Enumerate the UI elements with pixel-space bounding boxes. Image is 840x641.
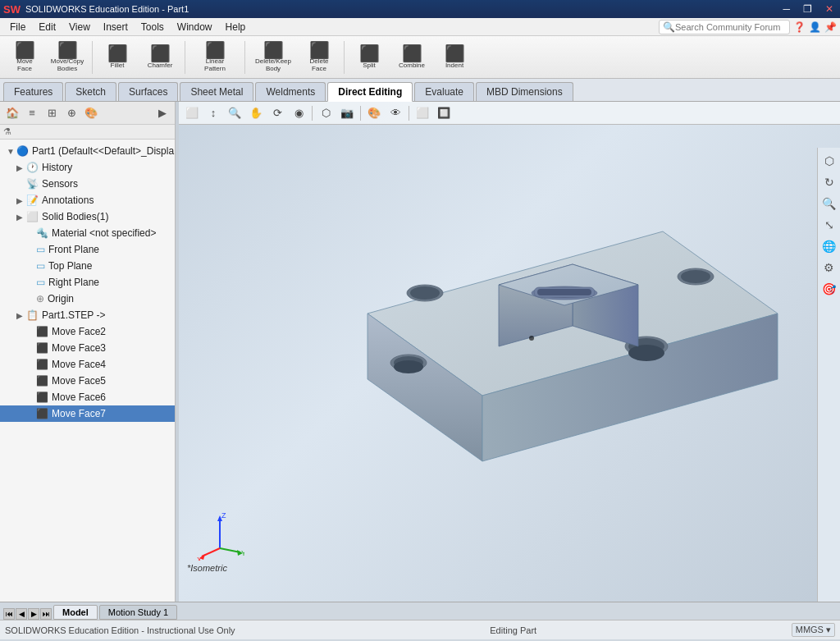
menu-file[interactable]: File xyxy=(3,20,32,34)
tree-item-move-face7[interactable]: ⬛ Move Face7 xyxy=(0,405,175,422)
tree-item-top-plane[interactable]: ▭ Top Plane xyxy=(0,258,175,274)
indent-button[interactable]: ⬛ Indent xyxy=(435,39,474,76)
tree-item-step[interactable]: ▶ 📋 Part1.STEP -> xyxy=(0,307,175,323)
tree-item-move-face4[interactable]: ⬛ Move Face4 xyxy=(0,356,175,373)
units-label[interactable]: MMGS ▾ xyxy=(792,623,835,637)
restore-button[interactable]: ❐ xyxy=(800,3,815,15)
menu-insert[interactable]: Insert xyxy=(97,20,135,34)
tab-sketch[interactable]: Sketch xyxy=(65,82,116,101)
move-face-button[interactable]: ⬛ MoveFace xyxy=(5,39,44,76)
fillet-button[interactable]: ⬛ Fillet xyxy=(98,39,137,76)
tree-item-origin[interactable]: ⊕ Origin xyxy=(0,291,175,307)
view-orientation-button[interactable]: ⬜ xyxy=(182,104,202,122)
tab-direct-editing[interactable]: Direct Editing xyxy=(327,82,413,102)
app-logo: SW xyxy=(3,3,21,16)
view-rotate-button[interactable]: ⟳ xyxy=(267,104,287,122)
menu-edit[interactable]: Edit xyxy=(32,20,62,34)
tab-next-button[interactable]: ▶ xyxy=(28,608,39,620)
account-icon[interactable]: 👤 xyxy=(809,21,821,33)
minimize-button[interactable]: ─ xyxy=(779,3,793,15)
tab-sheet-metal[interactable]: Sheet Metal xyxy=(180,82,253,101)
feature-target-button[interactable]: ⊕ xyxy=(62,104,80,122)
view-zoom-button[interactable]: 🔍 xyxy=(225,104,244,122)
tab-prev-button[interactable]: ◀ xyxy=(16,608,27,620)
menu-window[interactable]: Window xyxy=(171,20,219,34)
combine-button[interactable]: ⬛ Combine xyxy=(392,39,431,76)
rotate-cw-button[interactable]: ↻ xyxy=(819,172,839,192)
tree-item-history[interactable]: ▶ 🕐 History xyxy=(0,159,175,176)
viewport-toolbar: ⬜ ↕ 🔍 ✋ ⟳ ◉ ⬡ 📷 🎨 👁 ⬜ 🔲 xyxy=(179,102,840,125)
tab-weldments[interactable]: Weldments xyxy=(255,82,326,101)
indent-icon: ⬛ xyxy=(445,45,465,62)
feature-expand-button[interactable]: ▶ xyxy=(153,104,171,122)
fit-button[interactable]: ⤡ xyxy=(819,215,839,235)
view-hide-button[interactable]: 👁 xyxy=(386,104,405,122)
delete-keep-body-button[interactable]: ⬛ Delete/KeepBody xyxy=(250,39,296,76)
view-display-button[interactable]: 🎨 xyxy=(364,104,384,122)
view-section-button[interactable]: ⬡ xyxy=(316,104,336,122)
tab-nav-arrows[interactable]: ⏮ ◀ ▶ ⏭ xyxy=(3,608,52,620)
tree-item-annotations[interactable]: ▶ 📝 Annotations xyxy=(0,192,175,208)
view-camera-button[interactable]: 📷 xyxy=(337,104,357,122)
close-button[interactable]: ✕ xyxy=(822,3,837,15)
cursor-dot xyxy=(529,336,534,341)
move-copy-bodies-button[interactable]: ⬛ Move/CopyBodies xyxy=(48,39,87,76)
viewport[interactable]: ⬜ ↕ 🔍 ✋ ⟳ ◉ ⬡ 📷 🎨 👁 ⬜ 🔲 xyxy=(179,102,840,602)
view-3d-button[interactable]: ↕ xyxy=(203,104,223,122)
render-button[interactable]: 🌐 xyxy=(819,236,839,256)
feature-grid-button[interactable]: ⊞ xyxy=(43,104,61,122)
pin-icon[interactable]: 📌 xyxy=(824,21,837,33)
front-plane-label: Front Plane xyxy=(48,244,99,255)
linear-pattern-button[interactable]: ⬛ LinearPattern xyxy=(190,39,240,76)
titlebar: SW SOLIDWORKS Education Edition - Part1 … xyxy=(0,0,840,18)
btab-motion-study[interactable]: Motion Study 1 xyxy=(99,605,177,620)
sensors-icon: 📡 xyxy=(26,178,39,190)
feature-tree: ▼ 🔵 Part1 (Default<<Default>_Displa ▶ 🕐 … xyxy=(0,140,175,602)
tree-item-move-face6[interactable]: ⬛ Move Face6 xyxy=(0,389,175,405)
view-fly-button[interactable]: ◉ xyxy=(289,104,308,122)
chamfer-button[interactable]: ⬛ Chamfer xyxy=(140,39,180,76)
feature-list-button[interactable]: ≡ xyxy=(23,104,41,122)
view-cube-button[interactable]: ⬡ xyxy=(819,151,839,171)
titlebar-left: SW SOLIDWORKS Education Edition - Part1 xyxy=(3,3,189,16)
snap-button[interactable]: 🎯 xyxy=(819,279,839,299)
feature-home-button[interactable]: 🏠 xyxy=(3,104,21,122)
move-copy-icon: ⬛ xyxy=(57,42,78,58)
tab-features[interactable]: Features xyxy=(3,82,63,101)
tab-last-button[interactable]: ⏭ xyxy=(40,608,52,620)
help-icon[interactable]: ❓ xyxy=(793,21,806,33)
tree-item-right-plane[interactable]: ▭ Right Plane xyxy=(0,274,175,291)
search-input[interactable] xyxy=(675,22,782,32)
tree-item-sensors[interactable]: 📡 Sensors xyxy=(0,176,175,192)
tree-item-material[interactable]: 🔩 Material <not specified> xyxy=(0,225,175,241)
view-realview-button[interactable]: 🔲 xyxy=(434,104,454,122)
tree-item-front-plane[interactable]: ▭ Front Plane xyxy=(0,241,175,258)
vp-sep1 xyxy=(312,106,313,121)
tab-first-button[interactable]: ⏮ xyxy=(3,608,15,620)
view-align-button[interactable]: ⬜ xyxy=(413,104,432,122)
tree-item-move-face2[interactable]: ⬛ Move Face2 xyxy=(0,323,175,340)
tree-item-solid-bodies[interactable]: ▶ ⬜ Solid Bodies(1) xyxy=(0,208,175,225)
tree-item-move-face3[interactable]: ⬛ Move Face3 xyxy=(0,340,175,356)
sep1 xyxy=(92,41,93,74)
menu-tools[interactable]: Tools xyxy=(135,20,171,34)
tab-surfaces[interactable]: Surfaces xyxy=(118,82,178,101)
view-pan-button[interactable]: ✋ xyxy=(246,104,266,122)
menu-help[interactable]: Help xyxy=(219,20,253,34)
tab-mbd-dimensions[interactable]: MBD Dimensions xyxy=(476,82,573,101)
feature-color-button[interactable]: 🎨 xyxy=(82,104,100,122)
delete-face-button[interactable]: ⬛ DeleteFace xyxy=(299,39,339,76)
mf3-icon: ⬛ xyxy=(36,342,48,354)
menubar: File Edit View Insert Tools Window Help … xyxy=(0,18,840,36)
settings-rt-button[interactable]: ⚙ xyxy=(819,258,839,277)
tree-item-move-face5[interactable]: ⬛ Move Face5 xyxy=(0,373,175,389)
split-button[interactable]: ⬛ Split xyxy=(349,39,389,76)
titlebar-controls[interactable]: ─ ❐ ✕ xyxy=(779,3,837,15)
svg-point-4 xyxy=(410,286,440,300)
tab-evaluate[interactable]: Evaluate xyxy=(414,82,474,101)
tree-root[interactable]: ▼ 🔵 Part1 (Default<<Default>_Displa xyxy=(0,143,175,159)
btab-model[interactable]: Model xyxy=(53,605,98,620)
vp-sep2 xyxy=(360,106,361,121)
menu-view[interactable]: View xyxy=(62,20,97,34)
zoom-in-button[interactable]: 🔍 xyxy=(819,194,839,213)
